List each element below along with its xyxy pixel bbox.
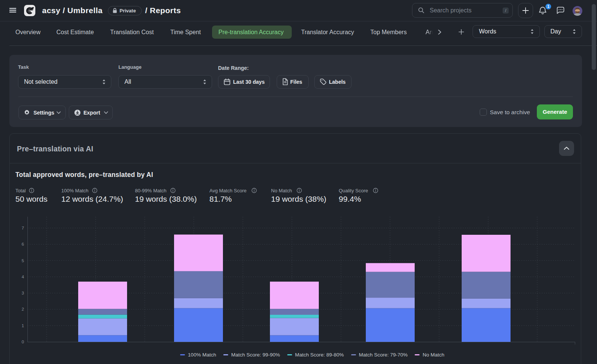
svg-text:1: 1 <box>22 323 24 328</box>
svg-text:2: 2 <box>22 307 24 311</box>
svg-text:4: 4 <box>22 275 24 279</box>
svg-text:6: 6 <box>22 242 24 246</box>
svg-text:3: 3 <box>22 291 24 295</box>
svg-text:0: 0 <box>22 340 24 344</box>
svg-text:7: 7 <box>22 226 24 230</box>
svg-text:5: 5 <box>22 258 24 263</box>
